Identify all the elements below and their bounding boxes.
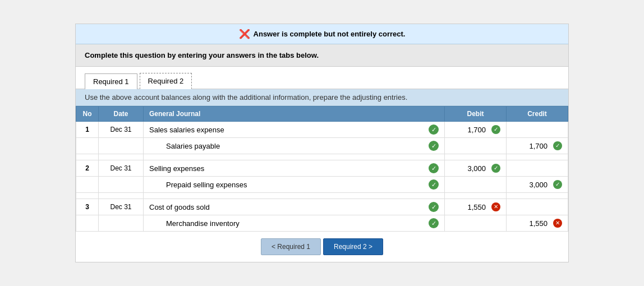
sub-header: Use the above account balances along wit… — [76, 89, 568, 106]
spacer-row — [76, 193, 568, 199]
table-row: Merchandise inventory✓1,550✕ — [76, 215, 568, 232]
row-debit — [445, 177, 507, 193]
row-check-icon: ✓ — [429, 179, 439, 190]
row-check-icon: ✓ — [429, 124, 439, 135]
next-button[interactable]: Required 2 > — [323, 238, 383, 255]
spacer-row — [76, 154, 568, 160]
instruction-bar: Complete this question by entering your … — [76, 44, 568, 67]
account-name: Salaries payable — [149, 142, 220, 150]
table-row: 3Dec 31Cost of goods sold✓1,550✕ — [76, 199, 568, 215]
row-date: Dec 31 — [99, 199, 144, 215]
main-container: ❌ Answer is complete but not entirely co… — [75, 24, 569, 262]
credit-value: 3,000 — [529, 181, 548, 189]
tabs-area: Required 1 Required 2 — [76, 67, 568, 89]
credit-check-icon: ✓ — [553, 180, 562, 189]
col-date: Date — [99, 107, 144, 122]
alert-text: Answer is complete but not entirely corr… — [254, 30, 406, 38]
account-name: Prepaid selling expenses — [149, 181, 247, 189]
col-journal: General Journal — [144, 107, 445, 122]
row-journal: Prepaid selling expenses✓ — [144, 177, 445, 193]
tab-required-1[interactable]: Required 1 — [85, 73, 137, 89]
row-date — [99, 215, 144, 232]
credit-value: 1,550 — [529, 219, 548, 228]
debit-value: 3,000 — [467, 164, 486, 173]
debit-value: 1,550 — [467, 203, 486, 211]
nav-buttons: < Required 1 Required 2 > — [76, 232, 568, 262]
row-number — [76, 177, 99, 193]
row-credit — [507, 160, 568, 177]
row-debit — [445, 215, 507, 232]
row-number — [76, 138, 99, 154]
alert-bar: ❌ Answer is complete but not entirely co… — [76, 24, 568, 44]
row-journal: Sales salaries expense✓ — [144, 122, 445, 138]
row-debit: 1,550✕ — [445, 199, 507, 215]
table-row: 2Dec 31Selling expenses✓3,000✓ — [76, 160, 568, 177]
credit-check-icon: ✓ — [553, 141, 562, 150]
row-debit — [445, 138, 507, 154]
tab-required-2[interactable]: Required 2 — [140, 73, 192, 89]
credit-value: 1,700 — [529, 142, 548, 150]
debit-error-icon: ✕ — [491, 202, 500, 211]
row-journal: Selling expenses✓ — [144, 160, 445, 177]
row-credit — [507, 122, 568, 138]
row-number: 3 — [76, 199, 99, 215]
journal-table: No Date General Journal Debit Credit 1De… — [76, 106, 568, 232]
row-journal: Merchandise inventory✓ — [144, 215, 445, 232]
row-number — [76, 215, 99, 232]
row-check-icon: ✓ — [429, 163, 439, 173]
col-credit: Credit — [507, 107, 568, 122]
row-date: Dec 31 — [99, 160, 144, 177]
col-debit: Debit — [445, 107, 507, 122]
row-credit — [507, 199, 568, 215]
row-check-icon: ✓ — [429, 218, 439, 228]
row-check-icon: ✓ — [429, 141, 439, 151]
row-credit: 1,550✕ — [507, 215, 568, 232]
table-row: 1Dec 31Sales salaries expense✓1,700✓ — [76, 122, 568, 138]
table-row: Salaries payable✓1,700✓ — [76, 138, 568, 154]
col-no: No — [76, 107, 99, 122]
row-credit: 1,700✓ — [507, 138, 568, 154]
table-row: Prepaid selling expenses✓3,000✓ — [76, 177, 568, 193]
row-debit: 1,700✓ — [445, 122, 507, 138]
row-credit: 3,000✓ — [507, 177, 568, 193]
debit-check-icon: ✓ — [491, 125, 500, 134]
error-icon: ❌ — [239, 29, 250, 39]
row-journal: Cost of goods sold✓ — [144, 199, 445, 215]
row-number: 1 — [76, 122, 99, 138]
row-debit: 3,000✓ — [445, 160, 507, 177]
account-name: Sales salaries expense — [149, 126, 224, 134]
account-name: Cost of goods sold — [149, 203, 210, 211]
row-date — [99, 177, 144, 193]
account-name: Selling expenses — [149, 164, 204, 173]
account-name: Merchandise inventory — [149, 219, 240, 228]
row-date — [99, 138, 144, 154]
row-journal: Salaries payable✓ — [144, 138, 445, 154]
prev-button[interactable]: < Required 1 — [261, 238, 321, 255]
debit-value: 1,700 — [467, 126, 486, 134]
row-check-icon: ✓ — [429, 202, 439, 212]
row-date: Dec 31 — [99, 122, 144, 138]
instruction-text: Complete this question by entering your … — [85, 51, 319, 59]
row-number: 2 — [76, 160, 99, 177]
credit-error-icon: ✕ — [553, 219, 562, 228]
debit-check-icon: ✓ — [491, 164, 500, 173]
